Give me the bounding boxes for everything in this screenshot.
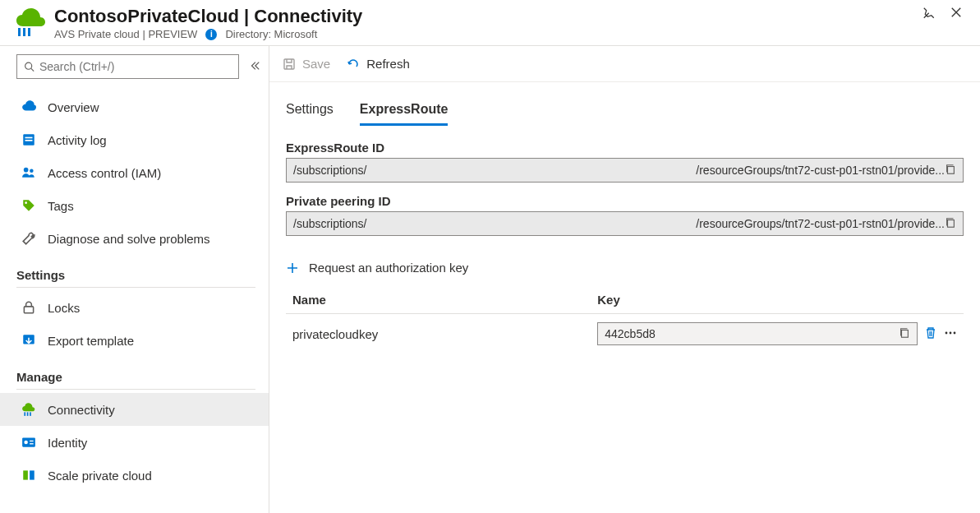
- sidebar-item-identity[interactable]: Identity: [0, 426, 269, 459]
- sidebar-item-label: Connectivity: [48, 403, 115, 417]
- svg-point-3: [25, 62, 32, 69]
- sidebar-item-label: Activity log: [48, 133, 107, 147]
- sidebar-item-label: Overview: [48, 100, 99, 114]
- sidebar-item-connectivity[interactable]: Connectivity: [0, 393, 269, 426]
- sidebar-item-label: Export template: [48, 334, 134, 348]
- expressroute-id-value-left: /subscriptions/: [293, 164, 366, 177]
- sidebar-item-access-control[interactable]: Access control (IAM): [0, 156, 269, 189]
- search-box[interactable]: [16, 54, 239, 79]
- tab-expressroute[interactable]: ExpressRoute: [360, 102, 449, 126]
- sidebar-item-label: Tags: [48, 199, 74, 213]
- request-authorization-key-label: Request an authorization key: [309, 261, 468, 275]
- close-icon[interactable]: [949, 5, 964, 22]
- page-subtitle: AVS Private cloud | PREVIEW: [54, 28, 197, 40]
- column-key: Key: [591, 286, 964, 314]
- people-icon: [21, 165, 36, 180]
- svg-rect-13: [27, 412, 29, 416]
- svg-point-9: [25, 201, 27, 204]
- save-label: Save: [302, 57, 330, 71]
- sidebar-item-scale[interactable]: Scale private cloud: [0, 459, 269, 492]
- sidebar-item-label: Locks: [48, 301, 80, 315]
- svg-rect-24: [902, 330, 909, 337]
- search-input[interactable]: [39, 60, 232, 73]
- private-peering-id-field: /subscriptions/ /resourceGroups/tnt72-cu…: [286, 211, 964, 236]
- svg-rect-14: [30, 412, 31, 416]
- key-name-cell: privatecloudkey: [286, 314, 591, 354]
- activity-icon: [21, 132, 36, 147]
- svg-point-8: [30, 169, 34, 173]
- sidebar-item-label: Identity: [48, 436, 87, 450]
- wrench-icon: [21, 231, 36, 246]
- svg-point-7: [24, 168, 29, 173]
- copy-icon[interactable]: [899, 327, 910, 341]
- sidebar-group-settings: Settings: [16, 268, 269, 282]
- tag-icon: [21, 198, 36, 213]
- svg-point-26: [950, 331, 952, 334]
- svg-rect-17: [30, 441, 34, 441]
- svg-rect-12: [24, 412, 25, 416]
- toolbar: Save Refresh: [269, 46, 980, 82]
- scale-icon: [21, 468, 36, 483]
- svg-rect-20: [30, 470, 35, 479]
- directory-label: Directory: Microsoft: [225, 28, 317, 40]
- svg-rect-1: [23, 28, 25, 36]
- sidebar-item-label: Diagnose and solve problems: [48, 232, 210, 246]
- svg-rect-5: [25, 137, 33, 139]
- svg-rect-18: [30, 443, 34, 444]
- private-peering-id-label: Private peering ID: [286, 194, 964, 208]
- pin-icon[interactable]: [921, 5, 936, 22]
- svg-rect-23: [948, 220, 955, 227]
- key-value-field: 442cb5d8: [597, 322, 918, 345]
- expressroute-id-field: /subscriptions/ /resourceGroups/tnt72-cu…: [286, 158, 964, 183]
- svg-rect-10: [24, 307, 33, 313]
- identity-icon: [21, 435, 36, 450]
- collapse-sidebar-icon[interactable]: [249, 60, 260, 74]
- sidebar: Overview Activity log Access control (IA…: [0, 46, 269, 513]
- resource-icon: [13, 7, 46, 39]
- sidebar-item-activity-log[interactable]: Activity log: [0, 123, 269, 156]
- save-button[interactable]: Save: [283, 57, 330, 71]
- refresh-button[interactable]: Refresh: [347, 57, 410, 71]
- more-icon[interactable]: [944, 326, 957, 342]
- copy-icon[interactable]: [945, 164, 956, 178]
- delete-icon[interactable]: [924, 326, 937, 342]
- divider: [16, 389, 255, 390]
- lock-icon: [21, 300, 36, 315]
- connectivity-icon: [21, 402, 36, 417]
- sidebar-item-export-template[interactable]: Export template: [0, 324, 269, 357]
- export-icon: [21, 333, 36, 348]
- svg-point-27: [954, 331, 956, 334]
- svg-rect-22: [948, 166, 955, 173]
- sidebar-item-diagnose[interactable]: Diagnose and solve problems: [0, 222, 269, 255]
- page-header: ContosoPrivateCloud | Connectivity AVS P…: [0, 0, 980, 46]
- request-authorization-key-button[interactable]: Request an authorization key: [286, 261, 468, 275]
- private-peering-id-value-left: /subscriptions/: [293, 217, 366, 230]
- main-content: Save Refresh Settings ExpressRoute Expre…: [269, 46, 980, 513]
- sidebar-item-label: Scale private cloud: [48, 469, 152, 483]
- tab-settings[interactable]: Settings: [286, 102, 334, 126]
- sidebar-item-overview[interactable]: Overview: [0, 90, 269, 123]
- svg-rect-21: [284, 59, 294, 69]
- column-name: Name: [286, 286, 591, 314]
- sidebar-item-locks[interactable]: Locks: [0, 291, 269, 324]
- expressroute-id-label: ExpressRoute ID: [286, 141, 964, 155]
- authorization-key-table: Name Key privatecloudkey 442cb5d8: [286, 286, 964, 354]
- svg-point-16: [24, 441, 28, 445]
- sidebar-group-manage: Manage: [16, 370, 269, 384]
- sidebar-item-tags[interactable]: Tags: [0, 189, 269, 222]
- cloud-icon: [21, 99, 36, 114]
- sidebar-item-label: Access control (IAM): [48, 166, 161, 180]
- copy-icon[interactable]: [945, 217, 956, 231]
- svg-rect-0: [18, 28, 21, 36]
- table-row: privatecloudkey 442cb5d8: [286, 314, 964, 354]
- page-title: ContosoPrivateCloud | Connectivity: [54, 5, 921, 28]
- svg-rect-19: [23, 470, 28, 479]
- divider: [16, 287, 255, 288]
- expressroute-id-value-right: /resourceGroups/tnt72-cust-p01-rstn01/pr…: [696, 164, 945, 177]
- svg-rect-6: [25, 140, 33, 141]
- info-icon[interactable]: i: [205, 29, 217, 40]
- svg-rect-2: [28, 28, 30, 36]
- key-value: 442cb5d8: [605, 327, 899, 340]
- private-peering-id-value-right: /resourceGroups/tnt72-cust-p01-rstn01/pr…: [696, 217, 945, 230]
- tab-bar: Settings ExpressRoute: [286, 90, 964, 126]
